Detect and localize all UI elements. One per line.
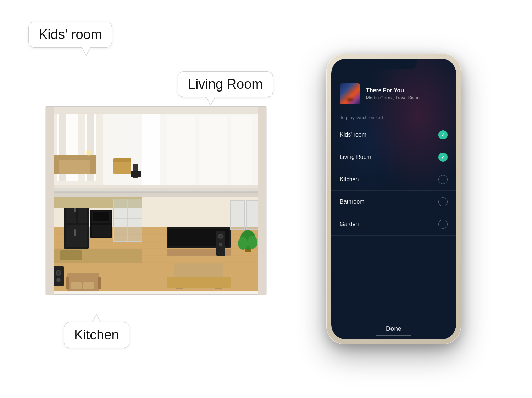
track-artist: Martin Garrix, Troye Sivan	[366, 95, 448, 100]
svg-rect-37	[66, 225, 87, 247]
room-name-living: Living Room	[340, 154, 371, 160]
svg-rect-14	[231, 116, 252, 185]
kids-room-label: Kids' room	[39, 27, 102, 42]
album-art-image	[340, 83, 360, 104]
check-kids[interactable]	[438, 130, 448, 139]
room-name-kids: Kids' room	[340, 132, 366, 138]
room-list: Kids' room Living Room Kitchen Bathroom	[331, 124, 456, 321]
kids-room-bubble: Kids' room	[28, 22, 112, 48]
room-item-garden[interactable]: Garden	[331, 213, 456, 236]
check-living[interactable]	[438, 153, 448, 162]
svg-rect-13	[199, 116, 227, 185]
check-bathroom[interactable]	[438, 197, 448, 206]
done-button[interactable]: Done	[386, 325, 401, 332]
svg-point-74	[248, 236, 257, 249]
room-name-kitchen: Kitchen	[340, 176, 359, 183]
track-title: There For You	[366, 87, 448, 94]
room-item-living[interactable]: Living Room	[331, 146, 456, 168]
svg-rect-42	[92, 225, 111, 237]
room-item-kitchen[interactable]: Kitchen	[331, 168, 456, 191]
svg-rect-15	[142, 114, 160, 185]
home-indicator	[376, 335, 411, 336]
room-name-bathroom: Bathroom	[340, 199, 364, 205]
svg-rect-12	[167, 116, 195, 185]
svg-point-53	[57, 271, 60, 275]
phone-device: There For You Martin Garrix, Troye Sivan…	[326, 54, 461, 344]
svg-rect-58	[71, 282, 82, 289]
phone-content: There For You Martin Garrix, Troye Sivan…	[331, 59, 456, 339]
svg-point-73	[238, 237, 248, 250]
svg-rect-24	[46, 192, 266, 197]
svg-rect-21	[113, 158, 131, 162]
kitchen-bubble: Kitchen	[64, 322, 129, 348]
svg-rect-59	[83, 282, 94, 289]
svg-rect-56	[66, 277, 69, 289]
check-kitchen[interactable]	[438, 175, 448, 184]
sync-label: To play synchronized	[331, 110, 456, 124]
track-info: There For You Martin Garrix, Troye Sivan	[366, 87, 448, 100]
svg-rect-19	[90, 155, 96, 174]
phone-section: There For You Martin Garrix, Troye Sivan…	[277, 15, 511, 383]
svg-rect-18	[53, 155, 59, 174]
svg-point-54	[56, 278, 61, 282]
album-art	[340, 83, 360, 104]
svg-point-66	[219, 243, 222, 246]
phone-notch	[371, 59, 417, 69]
check-garden[interactable]	[438, 220, 448, 229]
svg-rect-83	[258, 107, 266, 295]
svg-rect-70	[167, 277, 231, 288]
svg-rect-39	[74, 229, 76, 236]
svg-rect-51	[53, 266, 64, 286]
svg-point-79	[87, 151, 90, 154]
svg-point-65	[219, 235, 222, 238]
room-name-garden: Garden	[340, 221, 359, 227]
svg-rect-57	[98, 277, 101, 289]
house-illustration	[32, 85, 273, 305]
svg-rect-75	[231, 201, 245, 229]
done-button-area: Done	[331, 321, 456, 339]
svg-rect-23	[131, 171, 141, 177]
room-item-kids[interactable]: Kids' room	[331, 124, 456, 146]
phone-screen: There For You Martin Garrix, Troye Sivan…	[331, 59, 456, 339]
kitchen-label: Kitchen	[74, 327, 119, 342]
svg-rect-82	[46, 107, 54, 295]
house-illustration-area: Kids' room Living Room	[21, 15, 277, 383]
room-item-bathroom[interactable]: Bathroom	[331, 191, 456, 213]
now-playing-section: There For You Martin Garrix, Troye Sivan	[331, 76, 456, 110]
svg-rect-43	[93, 212, 109, 221]
